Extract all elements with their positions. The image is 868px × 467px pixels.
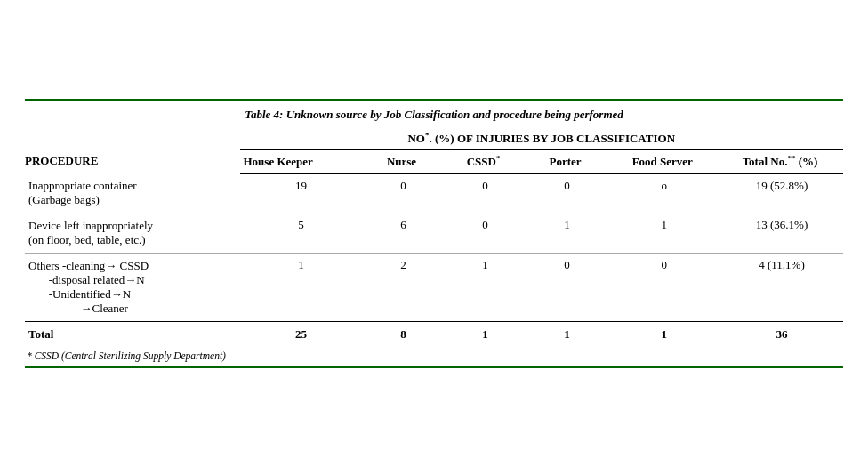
column-group-header: NO*. (%) OF INJURIES BY JOB CLASSIFICATI… (240, 131, 844, 150)
data-cell-cssd: 0 (445, 213, 526, 254)
table-row: Device left inappropriately(on floor, be… (25, 213, 843, 254)
data-cell-hk: 19 (240, 173, 363, 213)
procedure-header: PROCEDURE (25, 131, 240, 173)
data-cell-cssd: 1 (445, 254, 526, 322)
main-table: PROCEDURE NO*. (%) OF INJURIES BY JOB CL… (25, 131, 843, 347)
data-cell-porter: 1 (526, 213, 608, 254)
col-header-cssd: CSSD* (445, 150, 526, 173)
table-title: Table 4: Unknown source by Job Classific… (25, 101, 843, 131)
total-label: Total (25, 322, 240, 348)
total-porter: 1 (526, 322, 608, 348)
data-cell-hk: 1 (240, 254, 363, 322)
data-cell-porter: 0 (526, 173, 608, 213)
data-cell-total: 13 (36.1%) (720, 213, 843, 254)
footnote: * CSSD (Central Sterilizing Supply Depar… (25, 347, 843, 366)
total-total: 36 (720, 322, 843, 348)
data-cell-food: 1 (608, 213, 721, 254)
data-cell-nurse: 0 (363, 173, 445, 213)
table-container: Table 4: Unknown source by Job Classific… (25, 99, 843, 368)
data-cell-porter: 0 (526, 254, 608, 322)
col-header-porter: Porter (526, 150, 608, 173)
header-group-row: PROCEDURE NO*. (%) OF INJURIES BY JOB CL… (25, 131, 843, 150)
procedure-cell: Inappropriate container(Garbage bags) (25, 173, 240, 213)
procedure-cell: Device left inappropriately(on floor, be… (25, 213, 240, 254)
table-row: Inappropriate container(Garbage bags) 19… (25, 173, 843, 213)
table-row: Others -cleaning→ CSSD -disposal related… (25, 254, 843, 322)
total-nurse: 8 (363, 322, 445, 348)
no-suffix: . (%) OF INJURIES BY JOB CLASSIFICATION (429, 132, 675, 145)
data-cell-total: 4 (11.1%) (720, 254, 843, 322)
col-header-housekeep: House Keeper (240, 150, 363, 173)
data-cell-nurse: 6 (363, 213, 445, 254)
data-cell-cssd: 0 (445, 173, 526, 213)
total-row: Total 25 8 1 1 1 36 (25, 322, 843, 348)
data-cell-hk: 5 (240, 213, 363, 254)
total-hk: 25 (240, 322, 363, 348)
data-cell-food: o (608, 173, 721, 213)
procedure-cell: Others -cleaning→ CSSD -disposal related… (25, 254, 240, 322)
data-cell-food: 0 (608, 254, 721, 322)
data-cell-nurse: 2 (363, 254, 445, 322)
no-label: NO (407, 132, 425, 145)
col-header-total: Total No.** (%) (720, 150, 843, 173)
col-header-nurse: Nurse (363, 150, 445, 173)
total-food: 1 (608, 322, 721, 348)
total-cssd: 1 (445, 322, 526, 348)
col-header-food: Food Server (608, 150, 721, 173)
data-cell-total: 19 (52.8%) (720, 173, 843, 213)
